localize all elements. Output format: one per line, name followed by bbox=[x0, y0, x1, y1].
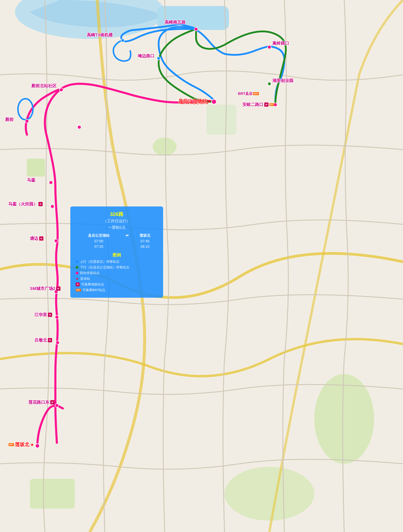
brt-xianhou-icon: BRT bbox=[253, 92, 259, 95]
maluan-huoju-area: 马銮（火炬园） M bbox=[8, 201, 43, 207]
svg-point-10 bbox=[35, 444, 39, 448]
svg-point-22 bbox=[121, 39, 124, 42]
svg-point-18 bbox=[77, 125, 81, 129]
brt-xianhou-area: BRT县后 BRT bbox=[238, 91, 259, 96]
svg-point-15 bbox=[54, 239, 58, 243]
lianban-label: 莲坂北 bbox=[15, 441, 29, 448]
county-star: ★ bbox=[207, 99, 211, 104]
svg-point-20 bbox=[25, 119, 29, 123]
legend-title: 图例 bbox=[76, 252, 158, 258]
huli-venture-label: 湖里创业园 bbox=[272, 78, 293, 83]
anqi-brt-icon: BRT bbox=[269, 103, 274, 106]
from-header: 县后公交场站 bbox=[76, 233, 122, 239]
legend-downward: 下行（往县后公交场站）停靠站点 bbox=[76, 265, 158, 270]
legend-brt-icon: BRT bbox=[76, 289, 81, 291]
svg-point-24 bbox=[268, 45, 271, 49]
fare-label: 一票制1元 bbox=[76, 225, 158, 230]
anqi-metro-icon: M bbox=[264, 102, 269, 107]
anqi-label: 安岐二路口 bbox=[243, 102, 263, 108]
svg-point-25 bbox=[268, 82, 271, 85]
maluan-label: 马銮 bbox=[27, 177, 35, 183]
schedule-row1-to: 07:45 bbox=[132, 239, 158, 244]
lianban-brt-icon: BRT bbox=[8, 443, 14, 446]
legend-brt: BRT 可换乘BRT站点 bbox=[76, 288, 158, 292]
legend-bidirectional: 双向停靠站点 bbox=[76, 271, 158, 275]
svg-point-23 bbox=[194, 27, 198, 31]
legend-terminal: ★ 首末站 bbox=[76, 277, 158, 281]
to-header: 莲坂北 bbox=[132, 233, 158, 239]
svg-point-4 bbox=[153, 138, 177, 156]
svg-point-13 bbox=[55, 315, 59, 319]
tangbian-label: 塘边 bbox=[30, 236, 38, 241]
gaqi-south5-label: 高崎南五路 bbox=[165, 19, 186, 25]
legend-upward: 上行（往莲坂北）停靠站点 bbox=[76, 260, 158, 264]
tangbian-metro-icon: M bbox=[39, 236, 43, 241]
jianghuali-label: 江华里 bbox=[34, 312, 47, 318]
lianhua-east-area: 莲花路口东 M bbox=[28, 399, 54, 405]
lvdun-label: 吕墩北 bbox=[34, 337, 47, 343]
svg-point-6 bbox=[314, 374, 374, 464]
svg-point-27 bbox=[211, 99, 216, 104]
legend-metro-icon: M bbox=[76, 282, 80, 286]
map-container: 县后公交场站 BRT县后 BRT 高崎南五路 高崎T3候机楼 埯边路口 嵩岭路口… bbox=[0, 0, 403, 532]
route-number: 326路 bbox=[76, 211, 158, 218]
svg-point-17 bbox=[49, 181, 53, 184]
yanjing-label: 埯边路口 bbox=[138, 53, 154, 59]
legend-bidirectional-dot bbox=[76, 272, 78, 274]
legend-upward-text: 上行（往莲坂北）停靠站点 bbox=[80, 260, 119, 264]
lianhua-east-label: 莲花路口东 bbox=[28, 399, 49, 405]
svg-rect-7 bbox=[30, 479, 75, 509]
arrow-header: ⇌ bbox=[122, 233, 132, 239]
schedule-table: 县后公交场站 ⇌ 莲坂北 07:00 07:45 07:20 08:10 bbox=[76, 233, 158, 249]
maluan-huoju-label: 马銮（火炬园） bbox=[8, 201, 38, 207]
legend-star-icon: ★ bbox=[76, 277, 79, 281]
jianghuali-area: 江华里 M bbox=[34, 312, 52, 318]
sm-area: SM城市广场2 M bbox=[30, 286, 60, 291]
lvdun-area: 吕墩北 M bbox=[34, 337, 52, 343]
schedule-row2-from: 07:20 bbox=[76, 244, 122, 249]
anqi-station-area: 安岐二路口 M BRT bbox=[243, 102, 274, 108]
sm-metro-icon: M bbox=[56, 286, 60, 291]
lianban-area: BRT 莲坂北 ★ bbox=[8, 441, 34, 448]
gaqi-t3-label: 高崎T3候机楼 bbox=[87, 32, 113, 38]
lianban-star: ★ bbox=[30, 442, 34, 447]
svg-point-8 bbox=[224, 467, 314, 521]
svg-point-19 bbox=[60, 88, 63, 92]
svg-point-16 bbox=[51, 205, 54, 208]
lianhua-metro-icon: M bbox=[50, 400, 54, 404]
lvdun-metro-icon: M bbox=[48, 338, 52, 342]
dianqian-north-label: 殿前北站社区 bbox=[32, 83, 57, 89]
dianqian-label: 殿前 bbox=[5, 117, 14, 122]
info-panel: 326路 （工作日运行） 一票制1元 县后公交场站 ⇌ 莲坂北 07:00 07… bbox=[70, 206, 163, 298]
county-station-full: 县后公交场站 ★ bbox=[178, 98, 211, 105]
svg-rect-5 bbox=[206, 105, 237, 135]
tangbian-area: 塘边 M bbox=[30, 236, 43, 241]
legend-downward-dot bbox=[76, 266, 78, 269]
qianling-label: 嵩岭路口 bbox=[272, 40, 289, 46]
legend-downward-text: 下行（往县后公交场站）停靠站点 bbox=[80, 265, 129, 270]
legend-bidirectional-text: 双向停靠站点 bbox=[80, 271, 100, 275]
legend-terminal-text: 首末站 bbox=[80, 277, 90, 281]
schedule-row1-from: 07:00 bbox=[76, 239, 122, 244]
legend-metro: M 可换乘地铁站点 bbox=[76, 282, 158, 287]
legend-upward-dot bbox=[76, 260, 78, 263]
jianghuali-metro-icon: M bbox=[48, 313, 52, 317]
county-name: 县后公交场站 bbox=[178, 98, 207, 104]
svg-rect-3 bbox=[27, 158, 45, 177]
legend-brt-text: 可换乘BRT站点 bbox=[83, 288, 105, 292]
svg-point-12 bbox=[56, 341, 59, 344]
schedule-row2-to: 08:10 bbox=[132, 244, 158, 249]
svg-point-21 bbox=[157, 57, 160, 60]
legend-metro-text: 可换乘地铁站点 bbox=[81, 282, 104, 287]
brt-xianhou-label: BRT县后 bbox=[238, 91, 252, 96]
maluan-huoju-metro-icon: M bbox=[38, 202, 43, 206]
sm-label: SM城市广场2 bbox=[30, 286, 55, 291]
svg-point-11 bbox=[55, 404, 59, 407]
operation-label: （工作日运行） bbox=[76, 218, 158, 224]
